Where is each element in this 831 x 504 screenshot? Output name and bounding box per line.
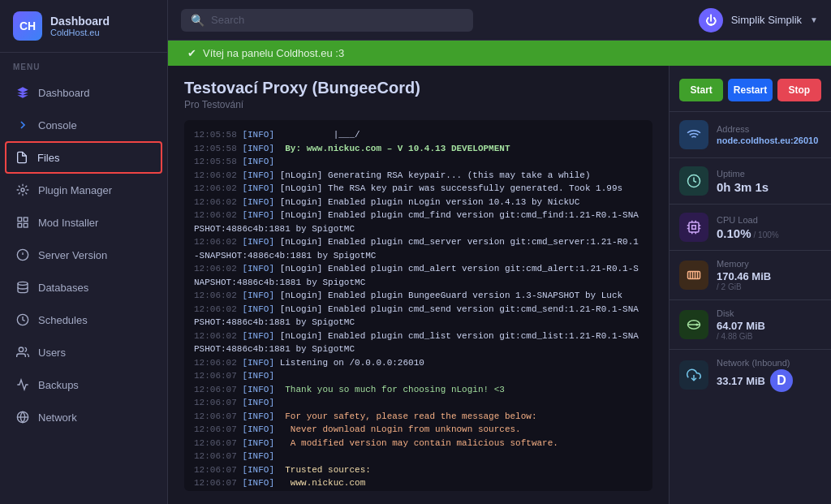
console-line: 12:05:58 [INFO] <box>194 155 643 169</box>
server-title: Testovací Proxy (BungeeCord) <box>184 79 652 97</box>
plugin-icon <box>15 183 30 197</box>
network-value: 33.17 MiB <box>717 375 765 387</box>
network-icon <box>15 410 30 424</box>
sidebar-item-databases[interactable]: Databases <box>0 271 167 304</box>
svg-rect-3 <box>24 223 28 227</box>
sidebar-item-plugin-label: Plugin Manager <box>38 184 112 196</box>
cpu-sub: / 100% <box>754 230 779 239</box>
svg-point-8 <box>18 282 28 285</box>
svg-rect-4 <box>18 223 22 227</box>
search-input[interactable] <box>211 14 463 26</box>
svg-rect-15 <box>689 222 699 232</box>
power-button[interactable]: ⏻ <box>699 8 723 32</box>
sidebar-item-plugin-manager[interactable]: Plugin Manager <box>0 174 167 206</box>
cpu-value-row: 0.10% / 100% <box>717 226 779 240</box>
logo-icon: CH <box>13 11 42 41</box>
memory-sub: / 2 GiB <box>717 282 771 291</box>
sidebar-item-mod-installer[interactable]: Mod Installer <box>0 206 167 239</box>
main-area: 🔍 ⏻ Simplik Simplik ▼ ✔ Vítej na panelu … <box>168 0 831 504</box>
network-stat-info: Network (Inbound) 33.17 MiB D <box>717 358 793 392</box>
cpu-info: CPU Load 0.10% / 100% <box>717 215 779 240</box>
network-value-row: 33.17 MiB D <box>717 369 793 392</box>
console-line: 12:06:07 [INFO] www.nickuc.com <box>194 476 643 490</box>
console-line: 12:06:02 [INFO] [nLogin] Enabled plugin … <box>194 289 643 303</box>
console-line: 12:06:07 [INFO] <box>194 396 643 410</box>
cpu-value: 0.10% <box>717 226 751 240</box>
console-output[interactable]: 12:05:58 [INFO] |___/12:05:58 [INFO] By:… <box>184 120 652 491</box>
svg-rect-2 <box>24 218 28 222</box>
svg-rect-16 <box>692 226 696 230</box>
disk-label: Disk <box>717 308 765 318</box>
check-icon: ✔ <box>187 47 196 59</box>
sidebar-item-users-label: Users <box>38 347 66 359</box>
svg-point-32 <box>696 324 698 325</box>
network-stat-label: Network (Inbound) <box>717 358 793 368</box>
console-panel: Testovací Proxy (BungeeCord) Pro Testová… <box>168 66 669 504</box>
restart-button[interactable]: Restart <box>728 79 772 101</box>
sidebar-item-files[interactable]: Files <box>5 141 162 174</box>
sidebar-item-network[interactable]: Network <box>0 401 167 433</box>
console-line: 12:06:07 [INFO] For your safety, please … <box>194 410 643 424</box>
sidebar-item-schedules-label: Schedules <box>38 314 88 326</box>
sidebar-item-dashboard-label: Dashboard <box>38 87 90 99</box>
start-button[interactable]: Start <box>679 79 723 101</box>
sidebar-item-databases-label: Databases <box>38 282 88 294</box>
console-line: 12:06:02 [INFO] [nLogin] Enabled plugin … <box>194 303 643 330</box>
sidebar-item-mod-label: Mod Installer <box>38 217 98 229</box>
logo-text: Dashboard ColdHost.eu <box>50 15 110 37</box>
menu-label: MENU <box>0 53 167 76</box>
console-line: 12:06:07 [INFO] Trusted sources: <box>194 463 643 477</box>
disk-sub: / 4.88 GiB <box>717 332 765 341</box>
notification-text: Vítej na panelu Coldhost.eu :3 <box>203 47 344 59</box>
console-icon <box>15 118 30 132</box>
memory-info: Memory 170.46 MiB / 2 GiB <box>717 259 771 291</box>
sidebar-item-schedules[interactable]: Schedules <box>0 304 167 336</box>
topbar: 🔍 ⏻ Simplik Simplik ▼ <box>168 0 831 41</box>
sidebar: CH Dashboard ColdHost.eu MENU Dashboard … <box>0 0 168 504</box>
action-buttons: Start Restart Stop <box>670 66 831 111</box>
svg-point-10 <box>19 347 23 351</box>
uptime-label: Uptime <box>717 169 769 179</box>
logo-title: Dashboard <box>50 15 110 28</box>
cpu-icon-wrap <box>679 213 708 242</box>
console-line: 12:06:02 [INFO] [nLogin] Enabled plugin … <box>194 196 643 209</box>
sidebar-item-users[interactable]: Users <box>0 336 167 368</box>
disk-icon-wrap <box>679 310 708 339</box>
sidebar-item-server-version[interactable]: Server Version <box>0 239 167 271</box>
address-label: Address <box>717 124 818 134</box>
console-line: 12:06:02 [INFO] [nLogin] Enabled plugin … <box>194 330 643 356</box>
svg-point-0 <box>21 188 24 192</box>
console-line: 12:06:07 [INFO] Never download nLogin fr… <box>194 423 643 437</box>
search-box[interactable]: 🔍 <box>181 9 473 32</box>
user-name: Simplik Simplik <box>731 14 802 26</box>
search-icon: 🔍 <box>191 14 205 27</box>
sidebar-item-dashboard[interactable]: Dashboard <box>0 76 167 109</box>
stat-cpu: CPU Load 0.10% / 100% <box>670 204 831 250</box>
uptime-info: Uptime 0h 3m 1s <box>717 169 769 194</box>
sidebar-item-console[interactable]: Console <box>0 109 167 141</box>
server-subtitle: Pro Testování <box>184 99 652 110</box>
memory-icon-wrap <box>679 261 708 290</box>
stat-address: Address node.coldhost.eu:26010 <box>670 111 831 157</box>
console-line: 12:06:07 [INFO] <box>194 450 643 463</box>
memory-icon <box>687 268 701 282</box>
sidebar-item-network-label: Network <box>38 411 77 424</box>
console-line: 12:05:58 [INFO] |___/ <box>194 128 643 142</box>
console-line: 12:06:07 [INFO] A modified version may c… <box>194 437 643 450</box>
discord-icon[interactable]: D <box>770 369 793 392</box>
network-stat-icon-wrap <box>679 360 708 390</box>
stats-panel: Start Restart Stop Address node.coldhost… <box>669 66 831 504</box>
stop-button[interactable]: Stop <box>777 79 821 101</box>
console-line: 12:06:02 [INFO] [nLogin] The RSA key pai… <box>194 182 643 196</box>
sidebar-item-backups[interactable]: Backups <box>0 368 167 401</box>
sidebar-item-backups-label: Backups <box>38 379 79 391</box>
console-line: 12:06:07 [INFO] www.github.com/nickuc <box>194 490 643 492</box>
backups-icon <box>15 377 30 392</box>
users-icon <box>15 345 30 360</box>
console-line: 12:06:02 [INFO] [nLogin] Enabled plugin … <box>194 235 643 262</box>
memory-label: Memory <box>717 259 771 269</box>
files-icon <box>15 150 29 165</box>
logo-area: CH Dashboard ColdHost.eu <box>0 0 167 53</box>
clock-icon <box>687 174 701 188</box>
mod-icon <box>15 215 30 230</box>
